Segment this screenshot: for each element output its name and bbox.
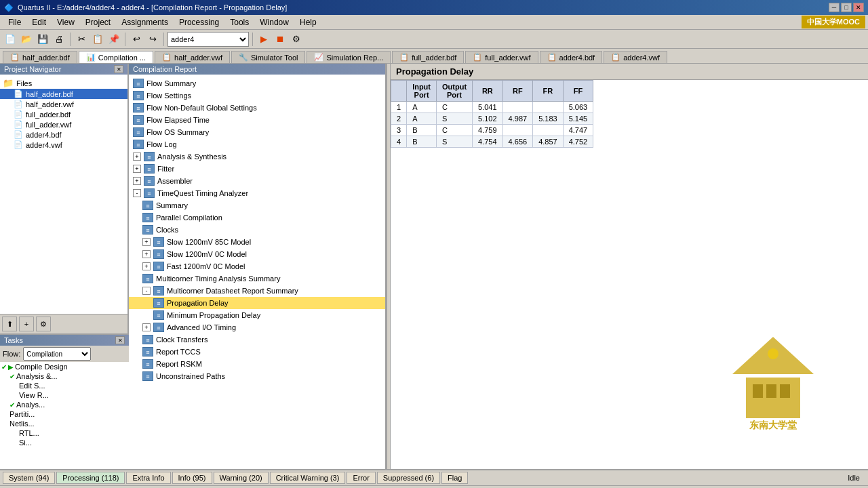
tree-summary[interactable]: ≡ Summary xyxy=(129,199,385,211)
tab-error[interactable]: Error xyxy=(347,472,375,484)
task-si[interactable]: Si... xyxy=(0,438,129,447)
tree-flow-elapsed[interactable]: ≡ Flow Elapsed Time xyxy=(129,114,385,126)
tab-flag[interactable]: Flag xyxy=(441,472,468,484)
tree-report-rskm[interactable]: ≡ Report RSKM xyxy=(129,358,385,370)
tab-simulator-tool[interactable]: 🔧 Simulator Tool xyxy=(231,51,306,63)
new-button[interactable]: 📄 xyxy=(3,32,18,47)
nav-close-button[interactable]: ✕ xyxy=(114,65,123,73)
tab-adder4-vwf[interactable]: 📋 adder4.vwf xyxy=(604,51,667,63)
tree-fitter[interactable]: + ≡ Fitter xyxy=(129,163,385,175)
menu-file[interactable]: File xyxy=(3,16,26,28)
tree-report-tccs[interactable]: ≡ Report TCCS xyxy=(129,346,385,358)
tree-slow-0c[interactable]: + ≡ Slow 1200mV 0C Model xyxy=(129,248,385,260)
task-rtl[interactable]: RTL... xyxy=(0,428,129,438)
task-compile-design[interactable]: ✔ ▶ Compile Design xyxy=(0,362,129,371)
menu-window[interactable]: Window xyxy=(254,16,294,28)
tab-processing[interactable]: Processing (118) xyxy=(56,472,125,484)
file-full-adder-bdf[interactable]: 📄 full_adder.bdf xyxy=(0,109,127,119)
task-edit-s[interactable]: Edit S... xyxy=(0,381,129,390)
tree-advanced-io[interactable]: + ≡ Advanced I/O Timing xyxy=(129,321,385,333)
tree-parallel-compilation[interactable]: ≡ Parallel Compilation xyxy=(129,211,385,224)
expander-icon[interactable]: + xyxy=(133,152,141,161)
stop-button[interactable]: ⏹ xyxy=(273,32,288,47)
task-partiti[interactable]: Partiti... xyxy=(0,409,129,419)
tree-clocks[interactable]: ≡ Clocks xyxy=(129,224,385,236)
tree-flow-log[interactable]: ≡ Flow Log xyxy=(129,138,385,150)
menu-help[interactable]: Help xyxy=(294,16,322,28)
menu-edit[interactable]: Edit xyxy=(26,16,52,28)
maximize-button[interactable]: □ xyxy=(841,3,852,12)
tab-simulation-rep[interactable]: 📈 Simulation Rep... xyxy=(307,51,391,63)
tree-min-propagation-delay[interactable]: ≡ Minimum Propagation Delay xyxy=(129,309,385,321)
task-analys[interactable]: ✔ Analys... xyxy=(0,400,129,409)
file-half-adder-bdf[interactable]: 📄 half_adder.bdf xyxy=(0,89,127,99)
tree-fast-0c[interactable]: + ≡ Fast 1200mV 0C Model xyxy=(129,260,385,272)
expander-icon[interactable]: - xyxy=(142,287,151,295)
task-play-icon[interactable]: ▶ xyxy=(8,363,14,371)
tab-compilation[interactable]: 📊 Compilation ... xyxy=(79,51,153,63)
task-netlis[interactable]: Netlis... xyxy=(0,419,129,428)
tree-timequest[interactable]: - ≡ TimeQuest Timing Analyzer xyxy=(129,187,385,199)
compile-button[interactable]: ▶ xyxy=(256,32,271,47)
nav-settings-button[interactable]: ⚙ xyxy=(36,317,51,331)
open-button[interactable]: 📂 xyxy=(19,32,34,47)
tree-propagation-delay[interactable]: ≡ Propagation Delay xyxy=(129,297,385,309)
menu-processing[interactable]: Processing xyxy=(174,16,224,28)
file-adder4-vwf[interactable]: 📄 adder4.vwf xyxy=(0,140,127,150)
tree-analysis-synth[interactable]: + ≡ Analysis & Synthesis xyxy=(129,150,385,163)
tree-clock-transfers[interactable]: ≡ Clock Transfers xyxy=(129,333,385,346)
flow-select[interactable]: Compilation xyxy=(23,347,91,361)
menu-tools[interactable]: Tools xyxy=(224,16,254,28)
project-dropdown[interactable]: adder4 xyxy=(167,32,249,47)
file-adder4-bdf[interactable]: 📄 adder4.bdf xyxy=(0,129,127,140)
file-full-adder-vwf[interactable]: 📄 full_adder.vwf xyxy=(0,119,127,129)
expander-icon[interactable]: + xyxy=(142,262,151,270)
tab-info[interactable]: Info (95) xyxy=(172,472,212,484)
expander-icon[interactable]: + xyxy=(133,165,141,173)
tab-adder4-bdf[interactable]: 📋 adder4.bdf xyxy=(540,51,603,63)
menu-view[interactable]: View xyxy=(52,16,80,28)
expander-icon[interactable]: + xyxy=(142,323,151,331)
task-view-r[interactable]: View R... xyxy=(0,390,129,400)
tree-flow-settings[interactable]: ≡ Flow Settings xyxy=(129,89,385,102)
expander-icon[interactable]: - xyxy=(133,189,141,197)
expander-icon[interactable]: + xyxy=(142,250,151,258)
file-half-adder-vwf[interactable]: 📄 half_adder.vwf xyxy=(0,99,127,109)
tab-extra-info[interactable]: Extra Info xyxy=(126,472,170,484)
cut-button[interactable]: ✂ xyxy=(74,32,89,47)
nav-up-button[interactable]: ⬆ xyxy=(2,317,17,331)
tasks-close-button[interactable]: ✕ xyxy=(115,336,125,344)
save-button[interactable]: 💾 xyxy=(35,32,50,47)
tab-warning[interactable]: Warning (20) xyxy=(214,472,269,484)
expander-icon[interactable]: + xyxy=(142,238,151,246)
tree-assembler[interactable]: + ≡ Assembler xyxy=(129,175,385,187)
tree-flow-non-default[interactable]: ≡ Flow Non-Default Global Settings xyxy=(129,102,385,114)
tab-suppressed[interactable]: Suppressed (6) xyxy=(377,472,440,484)
minimize-button[interactable]: ─ xyxy=(829,3,840,12)
files-folder[interactable]: 📁 Files xyxy=(0,77,127,89)
tree-slow-85c[interactable]: + ≡ Slow 1200mV 85C Model xyxy=(129,236,385,248)
undo-button[interactable]: ↩ xyxy=(129,32,144,47)
tree-multicorner-datasheet[interactable]: - ≡ Multicorner Datasheet Report Summary xyxy=(129,285,385,297)
tab-half-adder-bdf[interactable]: 📋 half_adder.bdf xyxy=(3,51,77,63)
tree-multicorner-summary[interactable]: ≡ Multicorner Timing Analysis Summary xyxy=(129,272,385,285)
nav-add-button[interactable]: + xyxy=(19,317,34,331)
copy-button[interactable]: 📋 xyxy=(90,32,105,47)
menu-assignments[interactable]: Assignments xyxy=(116,16,174,28)
tree-flow-os-summary[interactable]: ≡ Flow OS Summary xyxy=(129,126,385,138)
tab-full-adder-vwf[interactable]: 📋 full_adder.vwf xyxy=(465,51,538,63)
tab-system[interactable]: System (94) xyxy=(3,472,55,484)
redo-button[interactable]: ↪ xyxy=(145,32,160,47)
tree-flow-summary[interactable]: ≡ Flow Summary xyxy=(129,77,385,89)
analyze-button[interactable]: ⚙ xyxy=(289,32,304,47)
tree-unconstrained-paths[interactable]: ≡ Unconstrained Paths xyxy=(129,370,385,382)
tab-half-adder-vwf[interactable]: 📋 half_adder.vwf xyxy=(155,51,230,63)
task-analysis-synth[interactable]: ✔ Analysis &... xyxy=(0,371,129,381)
print-button[interactable]: 🖨 xyxy=(52,32,66,47)
paste-button[interactable]: 📌 xyxy=(106,32,121,47)
tab-critical-warning[interactable]: Critical Warning (3) xyxy=(270,472,346,484)
menu-project[interactable]: Project xyxy=(80,16,116,28)
close-button[interactable]: ✕ xyxy=(853,3,864,12)
tab-full-adder-bdf[interactable]: 📋 full_adder.bdf xyxy=(392,51,464,63)
expander-icon[interactable]: + xyxy=(133,177,141,185)
